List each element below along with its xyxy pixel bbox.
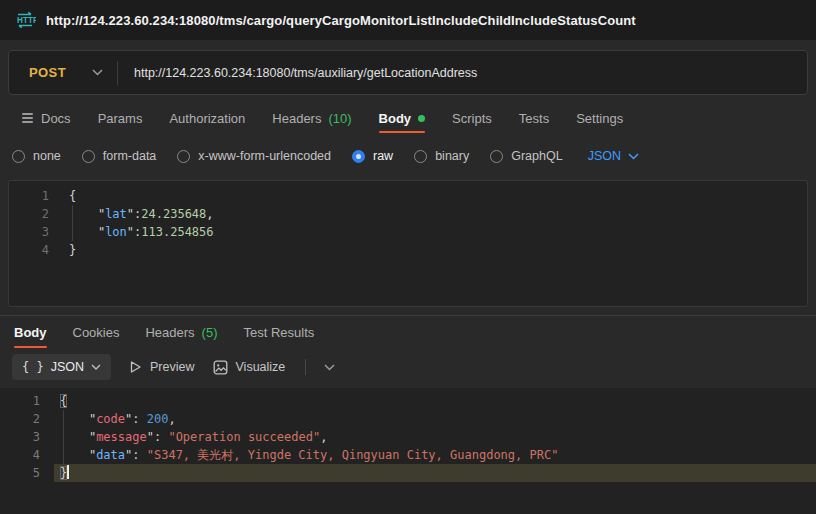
tab-body[interactable]: Body: [379, 111, 426, 126]
code-line[interactable]: 4 "data": "S347, 美光村, Yingde City, Qingy…: [0, 446, 816, 464]
tab-label: Params: [98, 111, 143, 126]
line-content: {: [54, 392, 816, 410]
body-mode-form-data[interactable]: form-data: [82, 149, 157, 163]
line-content: "code": 200,: [54, 410, 816, 428]
body-mode-graphql[interactable]: GraphQL: [490, 149, 562, 163]
indent-guide: [72, 205, 73, 223]
tab-test-results[interactable]: Test Results: [244, 325, 315, 340]
body-mode-label: GraphQL: [511, 149, 562, 163]
indent-guide: [63, 428, 64, 446]
line-number: 1: [0, 392, 54, 410]
menu-icon: [22, 113, 33, 123]
chevron-down-icon: [91, 364, 101, 370]
request-tab-title[interactable]: http://124.223.60.234:18080/tms/cargo/qu…: [46, 13, 636, 28]
code-token: }: [60, 466, 67, 480]
line-number: 2: [9, 205, 63, 223]
more-formats-chevron[interactable]: [324, 364, 335, 371]
tab-tests[interactable]: Tests: [519, 111, 549, 126]
line-number: 4: [0, 446, 54, 464]
tab-count-badge: (10): [328, 111, 351, 126]
tab-headers[interactable]: Headers(5): [145, 325, 217, 340]
tab-docs[interactable]: Docs: [22, 111, 71, 126]
tab-body[interactable]: Body: [14, 325, 47, 340]
code-line[interactable]: 4}: [9, 241, 807, 259]
line-number: 4: [9, 241, 63, 259]
line-number: 2: [0, 410, 54, 428]
url-bar: POST: [8, 50, 808, 95]
radio-icon: [12, 150, 25, 163]
tab-headers[interactable]: Headers(10): [272, 111, 351, 126]
tab-label: Body: [379, 111, 412, 126]
tab-label: Tests: [519, 111, 549, 126]
visualize-button[interactable]: Visualize: [213, 360, 286, 375]
method-label: POST: [29, 65, 66, 80]
tab-settings[interactable]: Settings: [576, 111, 623, 126]
body-mode-binary[interactable]: binary: [414, 149, 469, 163]
code-token: ,: [320, 430, 327, 444]
chevron-down-icon: [628, 153, 639, 160]
code-token: [60, 430, 89, 444]
response-tabs: BodyCookiesHeaders(5)Test Results: [0, 316, 816, 348]
radio-icon: [414, 150, 427, 163]
visualize-label: Visualize: [236, 360, 286, 374]
response-format-label: JSON: [51, 360, 84, 374]
code-token: 113.254856: [141, 225, 213, 239]
body-mode-x-www-form-urlencoded[interactable]: x-www-form-urlencoded: [177, 149, 331, 163]
code-token: lon: [105, 225, 127, 239]
request-tabs: DocsParamsAuthorizationHeaders(10)BodySc…: [0, 103, 816, 133]
radio-icon: [82, 150, 95, 163]
line-number: 1: [9, 187, 63, 205]
code-token: :: [132, 448, 146, 462]
preview-button[interactable]: Preview: [129, 360, 194, 374]
tab-label: Headers: [145, 325, 194, 340]
code-token: "S347, 美光村, Yingde City, Qingyuan City, …: [147, 448, 559, 462]
line-number: 3: [0, 428, 54, 446]
line-number: 3: [9, 223, 63, 241]
code-token: ": [127, 207, 134, 221]
tab-authorization[interactable]: Authorization: [169, 111, 245, 126]
code-token: ,: [168, 412, 175, 426]
chevron-down-icon: [92, 69, 103, 76]
response-body-editor[interactable]: 1{2 "code": 200,3 "message": "Operation …: [0, 388, 816, 514]
tab-scripts[interactable]: Scripts: [452, 111, 492, 126]
http-request-icon: HTTP: [14, 9, 36, 31]
body-mode-none[interactable]: none: [12, 149, 61, 163]
toolbar-divider: [305, 359, 306, 375]
tab-label: Cookies: [73, 325, 120, 340]
play-icon: [129, 360, 142, 374]
text-cursor: [67, 465, 69, 479]
line-content: }: [63, 241, 807, 259]
request-tab-bar: HTTP http://124.223.60.234:18080/tms/car…: [0, 0, 816, 40]
tab-params[interactable]: Params: [98, 111, 143, 126]
code-line[interactable]: 1{: [9, 187, 807, 205]
tab-label: Authorization: [169, 111, 245, 126]
request-body-editor[interactable]: 1{2 "lat":24.235648,3 "lon":113.2548564}: [8, 180, 808, 307]
raw-language-selector[interactable]: JSON: [588, 149, 639, 163]
tab-label: Test Results: [244, 325, 315, 340]
response-format-selector[interactable]: { } JSON: [12, 354, 111, 380]
indent-guide: [63, 410, 64, 428]
code-token: :: [132, 412, 146, 426]
code-line[interactable]: 2 "lat":24.235648,: [9, 205, 807, 223]
code-line[interactable]: 3 "lon":113.254856: [9, 223, 807, 241]
tab-label: Body: [14, 325, 47, 340]
tab-count-badge: (5): [202, 325, 218, 340]
code-line[interactable]: 2 "code": 200,: [0, 410, 816, 428]
method-selector[interactable]: POST: [9, 65, 117, 80]
tab-label: Docs: [41, 111, 71, 126]
code-line[interactable]: 1{: [0, 392, 816, 410]
code-line[interactable]: 5}: [0, 464, 816, 482]
braces-icon: { }: [22, 360, 44, 374]
image-icon: [213, 360, 228, 375]
tab-label: Headers: [272, 111, 321, 126]
url-input[interactable]: [118, 66, 807, 80]
tab-cookies[interactable]: Cookies: [73, 325, 120, 340]
unsaved-dot-icon: [418, 115, 425, 122]
body-mode-raw[interactable]: raw: [352, 149, 393, 163]
radio-icon: [352, 150, 365, 163]
code-token: [69, 207, 98, 221]
code-line[interactable]: 3 "message": "Operation succeeded",: [0, 428, 816, 446]
tab-label: Settings: [576, 111, 623, 126]
radio-icon: [177, 150, 190, 163]
code-token: 24.235648: [141, 207, 206, 221]
